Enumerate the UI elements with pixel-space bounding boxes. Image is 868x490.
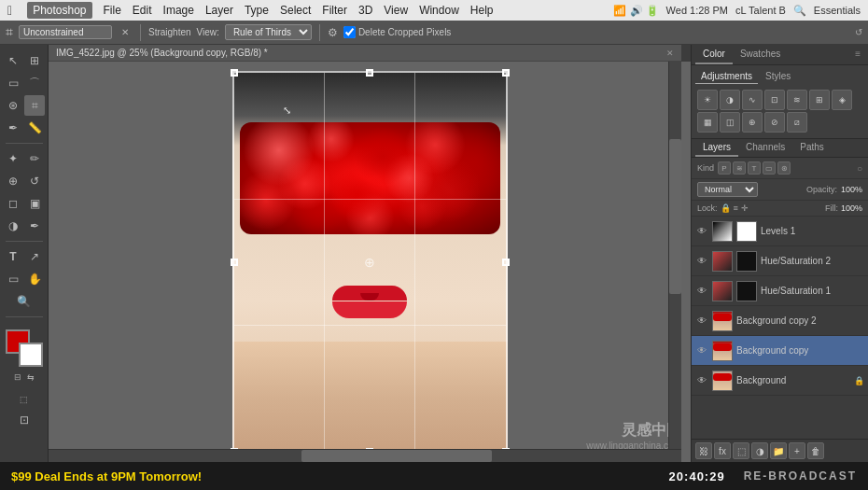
lock-pos-icon[interactable]: ✛ — [741, 203, 749, 213]
canvas-tab-close[interactable]: ✕ — [666, 49, 674, 58]
add-mask-btn[interactable]: ⬚ — [733, 442, 749, 459]
search-icon[interactable]: 🔍 — [793, 5, 806, 17]
filter-icon-px[interactable]: P — [718, 161, 731, 175]
apple-logo[interactable]:  — [7, 3, 12, 18]
layer-item-bgcopy2[interactable]: 👁 Background copy 2 — [692, 306, 868, 336]
quick-mask-icon[interactable]: ⬚ — [6, 391, 43, 408]
tab-layers[interactable]: Layers — [695, 139, 738, 157]
fill-value[interactable]: 100% — [841, 203, 862, 213]
layer-vis-bg[interactable]: 👁 — [695, 374, 708, 387]
layer-item-huesat2[interactable]: 👁 Hue/Saturation 2 — [692, 246, 868, 276]
menu-select[interactable]: Select — [280, 4, 311, 17]
clone-tool[interactable]: ⊕ — [3, 171, 23, 191]
menubar-workspace[interactable]: Essentials — [814, 5, 861, 16]
panel-collapse-btn[interactable]: ≡ — [851, 45, 864, 64]
scrollbar-thumb-h[interactable] — [301, 450, 491, 462]
exposure-adj-icon[interactable]: ⊡ — [764, 90, 785, 110]
path-select-tool[interactable]: ↗ — [24, 246, 45, 267]
layer-vis-levels1[interactable]: 👁 — [695, 225, 708, 238]
marquee-tool[interactable]: ▭ — [3, 73, 23, 93]
layer-item-bg[interactable]: 👁 Background 🔒 — [692, 366, 868, 396]
layer-vis-huesat2[interactable]: 👁 — [695, 255, 708, 268]
filter-icon-type[interactable]: T — [748, 161, 761, 175]
delete-pixels-checkbox[interactable] — [343, 26, 356, 38]
blend-mode-select[interactable]: Normal Multiply Screen Overlay — [697, 182, 758, 197]
move-tool[interactable]: ↖ — [3, 50, 23, 71]
history-tool[interactable]: ↺ — [24, 171, 45, 191]
add-group-btn[interactable]: 📁 — [770, 442, 787, 459]
eraser-tool[interactable]: ◻ — [3, 193, 23, 214]
filter-icon-shape[interactable]: ▭ — [763, 161, 776, 175]
opacity-value[interactable]: 100% — [841, 185, 862, 194]
curves-adj-icon[interactable]: ∿ — [742, 90, 763, 110]
add-adjustment-btn[interactable]: ◑ — [751, 442, 768, 459]
color-lookup-adj-icon[interactable]: ⊘ — [764, 112, 785, 133]
layer-vis-bgcopy[interactable]: 👁 — [695, 344, 708, 357]
menu-type[interactable]: Type — [245, 4, 269, 17]
tab-paths[interactable]: Paths — [792, 139, 832, 157]
new-layer-btn[interactable]: + — [789, 442, 805, 459]
crop-tool active[interactable]: ⌗ — [24, 95, 45, 116]
menu-3d[interactable]: 3D — [358, 4, 372, 17]
menu-file[interactable]: File — [104, 4, 121, 17]
menu-view[interactable]: View — [384, 4, 408, 17]
color-swatches[interactable] — [6, 329, 43, 367]
tab-swatches[interactable]: Swatches — [733, 45, 788, 64]
tab-styles[interactable]: Styles — [760, 69, 796, 84]
menu-image[interactable]: Image — [163, 4, 194, 17]
lock-all-icon[interactable]: 🔒 — [721, 203, 731, 213]
dodge-tool[interactable]: ◑ — [3, 216, 23, 236]
vertical-scrollbar[interactable] — [668, 62, 681, 449]
link-layers-btn[interactable]: ⛓ — [695, 442, 712, 459]
pen-tool[interactable]: ✒ — [24, 216, 45, 236]
menu-filter[interactable]: Filter — [322, 4, 347, 17]
hand-tool[interactable]: ✋ — [24, 269, 45, 289]
horizontal-scrollbar[interactable] — [49, 449, 681, 462]
menu-layer[interactable]: Layer — [205, 4, 233, 17]
ruler-tool[interactable]: 📏 — [24, 118, 45, 138]
brush-tool[interactable]: ✏ — [24, 148, 45, 169]
brightness-adj-icon[interactable]: ☀ — [697, 90, 718, 110]
lock-px-icon[interactable]: ≡ — [734, 203, 738, 213]
add-style-btn[interactable]: fx — [714, 442, 731, 459]
type-tool[interactable]: T — [3, 246, 23, 267]
constraint-input[interactable] — [19, 25, 112, 39]
filter-icon-adj[interactable]: ≋ — [733, 161, 746, 175]
bw-adj-icon[interactable]: ▦ — [697, 112, 718, 133]
menu-edit[interactable]: Edit — [133, 4, 152, 17]
delete-layer-btn[interactable]: 🗑 — [807, 442, 824, 459]
hue-sat-adj-icon[interactable]: ⊞ — [809, 90, 830, 110]
menu-window[interactable]: Window — [419, 4, 459, 17]
layer-item-huesat1[interactable]: 👁 Hue/Saturation 1 — [692, 276, 868, 306]
tab-adjustments[interactable]: Adjustments — [695, 69, 758, 84]
channel-mixer-adj-icon[interactable]: ⊕ — [742, 112, 763, 133]
settings-icon[interactable]: ⚙ — [328, 26, 338, 39]
menu-help[interactable]: Help — [470, 4, 494, 17]
tab-color[interactable]: Color — [695, 45, 733, 64]
clear-button[interactable]: ✕ — [118, 26, 133, 38]
view-dropdown[interactable]: Rule of Thirds Grid Diagonal — [225, 24, 312, 40]
tab-channels[interactable]: Channels — [738, 139, 792, 157]
spot-heal-tool[interactable]: ✦ — [3, 148, 23, 169]
default-colors-icon[interactable]: ⊟ — [14, 372, 21, 382]
vibrance-adj-icon[interactable]: ≋ — [787, 90, 807, 110]
levels-adj-icon[interactable]: ◑ — [720, 90, 740, 110]
eyedropper-tool[interactable]: ✒ — [3, 118, 23, 138]
filter-toggle[interactable]: ○ — [857, 163, 862, 174]
invert-adj-icon[interactable]: ⧄ — [787, 112, 807, 133]
photo-filter-adj-icon[interactable]: ◫ — [720, 112, 740, 133]
filter-icon-smart[interactable]: ⊛ — [777, 161, 791, 175]
shape-tool[interactable]: ▭ — [3, 269, 23, 289]
scrollbar-thumb-v[interactable] — [669, 139, 681, 294]
zoom-tool[interactable]: 🔍 — [14, 291, 35, 312]
gradient-tool[interactable]: ▣ — [24, 193, 45, 214]
layer-vis-huesat1[interactable]: 👁 — [695, 285, 708, 298]
background-color[interactable] — [19, 343, 43, 367]
quick-select-tool[interactable]: ⊛ — [3, 95, 23, 116]
layer-vis-bgcopy2[interactable]: 👁 — [695, 315, 708, 328]
artboard-tool[interactable]: ⊞ — [24, 50, 45, 71]
menu-photoshop[interactable]: Photoshop — [27, 2, 91, 19]
swap-colors-icon[interactable]: ⇆ — [27, 372, 35, 382]
color-balance-adj-icon[interactable]: ◈ — [832, 90, 852, 110]
layer-item-bgcopy[interactable]: 👁 Background copy — [692, 336, 868, 366]
